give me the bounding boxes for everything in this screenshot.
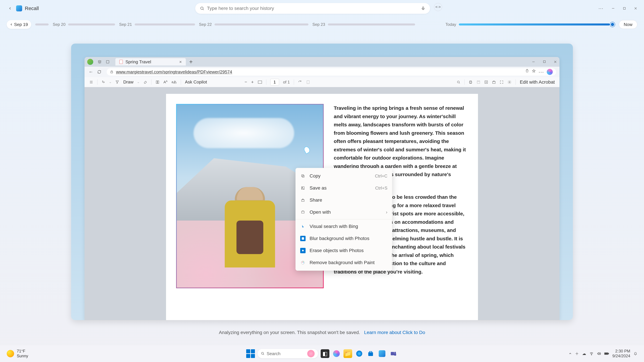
task-view-icon[interactable]: ◧ bbox=[321, 349, 330, 358]
new-tab-button[interactable]: + bbox=[189, 58, 193, 65]
timeline-today-label: Today bbox=[446, 22, 456, 27]
browser-minimize-button[interactable] bbox=[532, 60, 535, 63]
weather-temp: 71°F bbox=[17, 349, 28, 354]
edge-icon[interactable] bbox=[355, 349, 364, 358]
store-icon[interactable] bbox=[366, 349, 375, 358]
ctx-save-as[interactable]: Save as Ctrl+S bbox=[296, 182, 392, 194]
zoom-in-icon[interactable]: + bbox=[251, 79, 254, 85]
ctx-erase-objects[interactable]: Erase objects with Photos bbox=[296, 245, 392, 257]
erase-icon[interactable] bbox=[143, 80, 147, 84]
ctx-copy[interactable]: Copy Ctrl+C bbox=[296, 170, 392, 182]
tray-chevron-icon[interactable] bbox=[569, 352, 572, 355]
svg-rect-38 bbox=[605, 353, 608, 354]
browser-back-button[interactable]: ← bbox=[88, 69, 94, 75]
share-pdf-icon[interactable] bbox=[492, 80, 496, 84]
ctx-open-with[interactable]: Open with › bbox=[296, 206, 392, 218]
ctx-label: Copy bbox=[310, 173, 320, 179]
ask-copilot-button[interactable]: Ask Copilot bbox=[185, 79, 207, 85]
tray-settings-icon[interactable] bbox=[575, 352, 579, 356]
workspaces-icon[interactable] bbox=[96, 59, 103, 65]
svg-rect-11 bbox=[470, 82, 472, 83]
browser-close-button[interactable] bbox=[554, 60, 557, 63]
translate-icon[interactable]: aあ bbox=[172, 80, 177, 84]
zoom-out-icon[interactable]: − bbox=[244, 79, 247, 85]
search-icon bbox=[200, 6, 204, 10]
print-icon[interactable] bbox=[468, 80, 472, 84]
timeline-handle[interactable] bbox=[610, 22, 615, 27]
search-box[interactable] bbox=[195, 3, 430, 14]
shortcut-label: Ctrl+S bbox=[375, 186, 388, 191]
save-icon[interactable] bbox=[477, 80, 480, 84]
maximize-button[interactable] bbox=[623, 7, 626, 10]
mic-icon[interactable] bbox=[421, 6, 425, 10]
start-button[interactable] bbox=[246, 349, 255, 358]
close-button[interactable] bbox=[634, 7, 637, 10]
context-menu: Copy Ctrl+C Save as Ctrl+S Share Open wi… bbox=[296, 168, 392, 271]
draw-funnel-icon[interactable] bbox=[115, 80, 119, 84]
ctx-share[interactable]: Share bbox=[296, 194, 392, 206]
draw-label[interactable]: Draw bbox=[123, 79, 134, 85]
svg-point-34 bbox=[576, 353, 578, 354]
page-number-input[interactable] bbox=[270, 79, 279, 85]
learn-more-link[interactable]: Learn more about Click to Do bbox=[364, 330, 425, 335]
svg-rect-1 bbox=[422, 7, 424, 9]
find-icon[interactable] bbox=[457, 80, 460, 84]
timeline-bar[interactable] bbox=[35, 23, 49, 25]
browser-maximize-button[interactable] bbox=[543, 60, 546, 63]
tray-clock[interactable]: 2:30 PM 9/24/2024 bbox=[612, 349, 630, 359]
timeline[interactable]: Sep 19 Sep 20 Sep 21 Sep 22 Sep 23 Today… bbox=[0, 17, 644, 32]
page-view-icon[interactable] bbox=[156, 80, 160, 84]
taskbar-search[interactable]: Search bbox=[258, 349, 318, 358]
shopping-icon[interactable] bbox=[525, 69, 529, 75]
page-layout-icon[interactable] bbox=[306, 80, 310, 84]
browser-refresh-button[interactable] bbox=[97, 70, 103, 74]
ctx-blur-background[interactable]: Blur background with Photos bbox=[296, 232, 392, 245]
browser-tab[interactable]: Spring Travel × bbox=[116, 58, 186, 65]
teams-icon[interactable] bbox=[389, 349, 398, 358]
tray-wifi-icon[interactable] bbox=[590, 352, 594, 356]
more-icon[interactable]: ··· bbox=[598, 6, 604, 11]
svg-rect-33 bbox=[394, 353, 396, 356]
tray-onedrive-icon[interactable]: ☁ bbox=[582, 351, 586, 356]
add-note-icon[interactable] bbox=[484, 80, 488, 84]
fit-width-icon[interactable] bbox=[258, 80, 262, 84]
copilot-app-icon[interactable] bbox=[332, 349, 341, 358]
favorite-icon[interactable] bbox=[532, 69, 536, 75]
address-bar[interactable]: www.margiestravel.com/springtravelideas/… bbox=[107, 68, 556, 76]
timeline-bar[interactable] bbox=[214, 23, 308, 25]
tab-close-icon[interactable]: × bbox=[179, 59, 182, 64]
tray-notifications-icon[interactable] bbox=[634, 352, 637, 356]
timeline-bar-active[interactable] bbox=[459, 23, 610, 25]
search-input[interactable] bbox=[207, 6, 418, 11]
back-button[interactable] bbox=[7, 5, 14, 12]
tab-actions-icon[interactable] bbox=[105, 59, 111, 65]
timeline-prev-button[interactable]: Sep 19 bbox=[7, 20, 31, 29]
edit-acrobat-button[interactable]: Edit with Acrobat bbox=[520, 79, 555, 85]
contents-icon[interactable] bbox=[89, 80, 93, 84]
text-size-icon[interactable]: AA bbox=[164, 80, 168, 84]
search-highlight-icon bbox=[307, 350, 314, 357]
timeline-bar[interactable] bbox=[135, 23, 195, 25]
weather-condition: Sunny bbox=[17, 354, 28, 359]
profile-avatar[interactable] bbox=[87, 59, 93, 65]
ctx-visual-search[interactable]: Visual search with Bing bbox=[296, 220, 392, 232]
copilot-icon[interactable] bbox=[547, 69, 553, 75]
fullscreen-icon[interactable] bbox=[500, 80, 504, 84]
explorer-icon[interactable]: 📁 bbox=[344, 349, 352, 358]
rotate-icon[interactable] bbox=[298, 80, 302, 84]
timeline-now-button[interactable]: Now bbox=[619, 20, 637, 29]
minimize-button[interactable] bbox=[612, 7, 615, 10]
timeline-bar[interactable] bbox=[328, 23, 415, 25]
browser-more-icon[interactable]: ··· bbox=[538, 69, 544, 75]
timeline-bar[interactable] bbox=[68, 23, 115, 25]
recall-app-icon[interactable] bbox=[378, 349, 386, 358]
settings-icon[interactable] bbox=[508, 80, 512, 84]
chevron-down-icon[interactable]: ⌵ bbox=[110, 80, 111, 84]
ctx-remove-background[interactable]: Remove background with Paint bbox=[296, 257, 392, 269]
tray-battery-icon[interactable] bbox=[604, 352, 609, 355]
highlight-icon[interactable] bbox=[102, 80, 106, 84]
weather-widget[interactable]: 71°F Sunny bbox=[7, 349, 28, 359]
tray-volume-icon[interactable] bbox=[597, 352, 601, 356]
code-button[interactable]: <·> bbox=[434, 3, 442, 11]
chevron-down-icon[interactable]: ⌵ bbox=[138, 80, 139, 84]
